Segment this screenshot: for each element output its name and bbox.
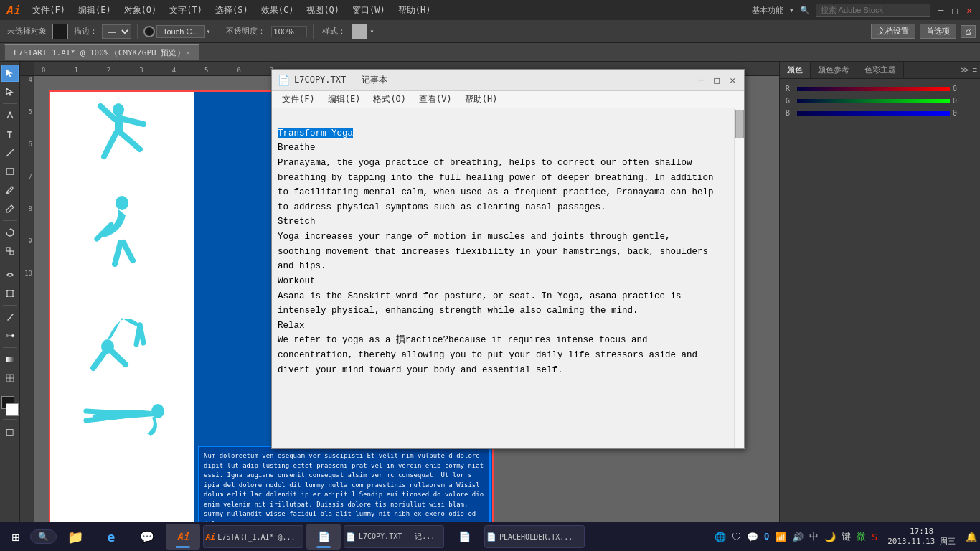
maximize-button[interactable]: □: [950, 5, 960, 16]
chat-tray-icon[interactable]: 💬: [747, 532, 758, 542]
menu-view[interactable]: 视图(Q): [301, 3, 345, 18]
pencil-tool[interactable]: [1, 200, 19, 217]
tools-panel: T: [0, 62, 20, 522]
moon-icon[interactable]: 🌙: [824, 532, 836, 542]
touch-button[interactable]: Touch C...: [156, 25, 205, 38]
start-button[interactable]: ⊞: [3, 524, 29, 550]
tencent-icon[interactable]: Q: [764, 532, 769, 542]
svg-point-3: [6, 192, 8, 194]
notification-icon[interactable]: 🔔: [966, 532, 977, 542]
notepad-menu-format[interactable]: 格式(O): [367, 92, 412, 107]
color-themes-tab[interactable]: 色彩主题: [857, 62, 904, 78]
menu-edit[interactable]: 编辑(E): [72, 3, 117, 18]
taskbar-file-explorer[interactable]: 📁: [58, 524, 93, 550]
panel-menu-icon[interactable]: ≡: [972, 65, 977, 75]
screen-mode-btn[interactable]: □: [1, 423, 19, 440]
opacity-label: 不透明度：: [223, 26, 268, 37]
taskbar-clock[interactable]: 17:18 2013.11.13 周三: [883, 527, 960, 547]
menu-window[interactable]: 窗口(W): [347, 3, 391, 18]
signal-icon[interactable]: 📶: [775, 532, 786, 542]
taskbar-notepad1-label: L7COPY.TXT - 记...: [359, 532, 435, 542]
notepad-menu-help[interactable]: 帮助(H): [459, 92, 504, 107]
rect-tool[interactable]: [1, 163, 19, 180]
color-b-row: B 0: [786, 109, 974, 117]
menu-object[interactable]: 对象(O): [118, 3, 163, 18]
notepad-minimize-button[interactable]: ─: [696, 75, 707, 85]
taskbar-illustrator[interactable]: Ai: [166, 524, 200, 550]
close-button[interactable]: ✕: [964, 5, 974, 16]
volume-icon[interactable]: 🔊: [792, 532, 804, 542]
paintbrush-tool[interactable]: [1, 182, 19, 199]
network-icon[interactable]: 🌐: [715, 532, 726, 542]
color-tab[interactable]: 颜色: [780, 62, 811, 78]
preferences-button[interactable]: 首选项: [920, 24, 956, 39]
taskbar-notepad-window-1[interactable]: 📄 L7COPY.TXT - 记...: [344, 525, 444, 548]
warp-tool[interactable]: [1, 266, 19, 283]
menu-text[interactable]: 文字(T): [164, 3, 208, 18]
notepad-maximize-button[interactable]: □: [711, 75, 722, 85]
menu-file[interactable]: 文件(F): [27, 3, 71, 18]
expand-icon[interactable]: ≫: [961, 65, 969, 75]
notepad-menubar: 文件(F) 编辑(E) 格式(O) 查看(V) 帮助(H): [272, 91, 744, 108]
taskbar-notepad-window-2[interactable]: 📄 PLACEHOLDER.TX...: [484, 525, 585, 548]
keyboard-icon[interactable]: 键: [842, 530, 851, 543]
taskbar-illustrator-window[interactable]: Ai L7START_1.AI* @...: [203, 525, 303, 548]
scrollbar-thumb[interactable]: [735, 110, 744, 138]
free-transform-tool[interactable]: [1, 285, 19, 302]
color-g-row: G 0: [786, 97, 974, 105]
gradient-tool[interactable]: [1, 351, 19, 368]
svg-line-31: [86, 411, 122, 413]
separator-1: [137, 24, 138, 39]
antivirus-icon[interactable]: 🛡: [732, 532, 741, 542]
taskbar-wechat[interactable]: 💬: [130, 524, 164, 550]
notepad-close-button[interactable]: ✕: [727, 75, 738, 85]
canvas-area[interactable]: 0 1 2 3 4 5 6 7 4 5 6 7 8 9 10: [20, 62, 779, 522]
minimize-button[interactable]: ─: [936, 5, 946, 16]
direct-selection-tool[interactable]: [1, 83, 19, 100]
style-swatch[interactable]: [352, 24, 367, 39]
doc-settings-button[interactable]: 文档设置: [871, 24, 915, 39]
selection-tool[interactable]: [1, 65, 19, 82]
menu-effect[interactable]: 效果(C): [255, 3, 300, 18]
line-tool[interactable]: [1, 144, 19, 161]
notepad-text[interactable]: Transform Yoga Breathe Pranayama, the yo…: [272, 108, 734, 448]
rotate-tool[interactable]: [1, 224, 19, 241]
document-tab-close[interactable]: ×: [186, 49, 190, 57]
fill-swatch[interactable]: [52, 24, 68, 39]
menu-help[interactable]: 帮助(H): [392, 3, 437, 18]
scale-tool[interactable]: [1, 242, 19, 260]
svg-line-23: [115, 242, 121, 264]
stock-search-input[interactable]: [816, 4, 930, 17]
document-tab[interactable]: L7START_1.AI* @ 100% (CMYK/GPU 预览) ×: [4, 44, 199, 60]
style-dropdown-icon[interactable]: ▾: [370, 27, 374, 35]
mesh-tool[interactable]: [1, 369, 19, 387]
type-tool[interactable]: T: [1, 126, 19, 143]
dropdown-icon[interactable]: ▾: [789, 6, 794, 15]
ime-chinese[interactable]: 中: [809, 530, 819, 543]
taskbar-notepad-1[interactable]: 📄: [306, 524, 341, 550]
clock-time: 17:18: [910, 527, 933, 536]
pen-tool[interactable]: [1, 107, 19, 124]
taskbar-search-box[interactable]: 🔍: [30, 529, 57, 544]
background-color[interactable]: [6, 403, 19, 416]
notepad-menu-file[interactable]: 文件(F): [276, 92, 321, 107]
weixin-icon[interactable]: 微: [857, 530, 866, 543]
opacity-input[interactable]: [271, 26, 307, 37]
color-guide-tab[interactable]: 颜色参考: [811, 62, 857, 78]
tool-separator-3: [3, 263, 17, 263]
vertical-ruler: 4 5 6 7 8 9 10: [20, 76, 34, 522]
stroke-dropdown[interactable]: —: [102, 24, 131, 39]
color-swatches: [1, 396, 19, 416]
notepad-menu-edit[interactable]: 编辑(E): [322, 92, 367, 107]
touch-dropdown-icon[interactable]: ▾: [207, 27, 211, 35]
svg-rect-8: [12, 290, 14, 291]
eyedropper-tool[interactable]: [1, 309, 19, 326]
notepad-menu-view[interactable]: 查看(V): [413, 92, 458, 107]
taskbar-edge[interactable]: e: [94, 524, 128, 550]
sogou-icon[interactable]: S: [872, 532, 877, 542]
taskbar-notepad-2[interactable]: 📄: [447, 524, 481, 550]
menu-select[interactable]: 选择(S): [209, 3, 254, 18]
blend-tool[interactable]: [1, 327, 19, 344]
notepad-scrollbar[interactable]: [734, 108, 744, 448]
print-button[interactable]: 🖨: [961, 25, 976, 38]
